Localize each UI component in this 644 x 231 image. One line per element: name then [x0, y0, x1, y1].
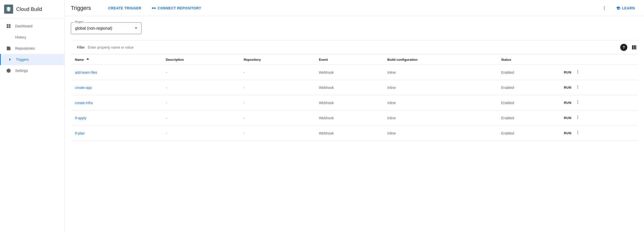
run-button-0[interactable]: RUN [564, 70, 571, 74]
col-header-build-config: Build configuration [383, 54, 497, 65]
page-title: Triggers [71, 5, 91, 11]
plus-icon [102, 6, 107, 10]
cell-name-0: add-team-files [71, 65, 162, 80]
cell-actions-1: RUN [560, 80, 638, 95]
more-vert-icon [602, 6, 607, 11]
cell-description-3: - [162, 110, 239, 126]
repositories-icon [6, 46, 11, 51]
cell-actions-4: RUN [560, 126, 638, 141]
svg-point-6 [604, 9, 605, 10]
cell-event-1: Webhook [315, 80, 383, 95]
svg-point-24 [577, 133, 578, 134]
row-more-button-4[interactable] [573, 129, 582, 137]
run-button-3[interactable]: RUN [564, 116, 571, 120]
table-row: create-app - - Webhook Inline Enabled RU… [71, 80, 638, 95]
sidebar-item-settings-label: Settings [15, 69, 28, 73]
more-vert-row-icon-0 [575, 69, 580, 74]
more-vert-row-icon-2 [575, 100, 580, 104]
col-header-name: Name [71, 54, 162, 65]
cell-status-0: Enabled [497, 65, 560, 80]
sidebar-item-dashboard[interactable]: Dashboard [0, 21, 64, 32]
filter-bar: Filter ? [71, 40, 638, 54]
cell-description-2: - [162, 95, 239, 110]
svg-rect-8 [634, 45, 635, 50]
sidebar-item-repositories-label: Repositories [15, 46, 35, 50]
app-logo [4, 5, 13, 14]
cell-event-2: Webhook [315, 95, 383, 110]
sidebar-item-triggers[interactable]: Triggers [0, 54, 64, 65]
more-vert-row-icon-3 [575, 115, 580, 120]
cell-description-1: - [162, 80, 239, 95]
table-header-row: Name Description Repository Event Build … [71, 54, 638, 65]
filter-text: Filter [77, 45, 85, 49]
cell-name-1: create-app [71, 80, 162, 95]
more-vert-row-icon-1 [575, 85, 580, 89]
cell-build-config-0: Inline [383, 65, 497, 80]
cell-description-0: - [162, 65, 239, 80]
region-select[interactable]: global (non-regional) us-central1 us-eas… [71, 22, 142, 34]
region-select-wrapper: Region global (non-regional) us-central1… [71, 22, 142, 34]
help-button[interactable]: ? [620, 44, 627, 51]
svg-point-13 [577, 85, 578, 86]
columns-button[interactable] [630, 44, 638, 51]
sidebar-item-settings[interactable]: Settings [0, 65, 64, 76]
cell-event-4: Webhook [315, 126, 383, 141]
cell-actions-0: RUN [560, 65, 638, 80]
filter-input[interactable] [88, 45, 617, 49]
sidebar-nav: Dashboard History Repositories [0, 18, 64, 78]
row-more-button-1[interactable] [573, 84, 582, 91]
svg-point-11 [577, 71, 578, 72]
region-label: Region [74, 20, 85, 23]
row-more-button-0[interactable] [573, 68, 582, 76]
svg-point-3 [152, 7, 153, 9]
trigger-name-link-3[interactable]: tf-apply [75, 116, 86, 120]
triggers-table: Name Description Repository Event Build … [71, 54, 638, 141]
sidebar: Cloud Build Dashboard History [0, 0, 65, 231]
trigger-name-link-4[interactable]: tf-plan [75, 131, 85, 135]
settings-icon [6, 68, 11, 73]
cell-build-config-3: Inline [383, 110, 497, 126]
cell-name-4: tf-plan [71, 126, 162, 141]
dashboard-icon [6, 24, 11, 29]
sidebar-item-history[interactable]: History [0, 32, 64, 43]
cell-repository-1: - [240, 80, 315, 95]
col-header-event: Event [315, 54, 383, 65]
topbar: Triggers CREATE TRIGGER CONNECT REPOSITO… [65, 0, 644, 16]
svg-point-4 [604, 6, 605, 7]
run-button-2[interactable]: RUN [564, 101, 571, 105]
row-more-button-2[interactable] [573, 99, 582, 107]
sort-asc-icon [86, 57, 90, 62]
sidebar-item-repositories[interactable]: Repositories [0, 43, 64, 54]
cell-repository-3: - [240, 110, 315, 126]
trigger-name-link-0[interactable]: add-team-files [75, 70, 97, 74]
more-options-button[interactable] [600, 4, 609, 13]
svg-point-15 [577, 88, 578, 89]
sidebar-item-history-label: History [15, 35, 26, 39]
cell-build-config-2: Inline [383, 95, 497, 110]
row-more-button-3[interactable] [573, 114, 582, 122]
learn-label: LEARN [622, 6, 635, 10]
more-vert-row-icon-4 [575, 130, 580, 135]
create-trigger-button[interactable]: CREATE TRIGGER [99, 4, 144, 12]
run-button-1[interactable]: RUN [564, 86, 571, 89]
cell-description-4: - [162, 126, 239, 141]
region-container: Region global (non-regional) us-central1… [71, 22, 638, 34]
learn-button[interactable]: LEARN [613, 4, 638, 12]
connect-repository-button[interactable]: CONNECT REPOSITORY [148, 4, 204, 12]
topbar-right: LEARN [600, 4, 638, 13]
cell-build-config-4: Inline [383, 126, 497, 141]
sidebar-item-dashboard-label: Dashboard [15, 24, 33, 28]
app-title: Cloud Build [16, 6, 42, 12]
connect-repo-icon [151, 6, 156, 10]
run-button-4[interactable]: RUN [564, 131, 571, 135]
svg-point-23 [577, 132, 578, 133]
svg-point-18 [577, 103, 578, 104]
table-header: Name Description Repository Event Build … [71, 54, 638, 65]
svg-point-22 [577, 131, 578, 131]
history-icon [6, 35, 11, 40]
main-content: Triggers CREATE TRIGGER CONNECT REPOSITO… [65, 0, 644, 231]
trigger-name-link-1[interactable]: create-app [75, 86, 92, 90]
svg-rect-9 [635, 45, 636, 50]
create-trigger-label: CREATE TRIGGER [108, 6, 141, 10]
trigger-name-link-2[interactable]: create-infra [75, 101, 93, 105]
